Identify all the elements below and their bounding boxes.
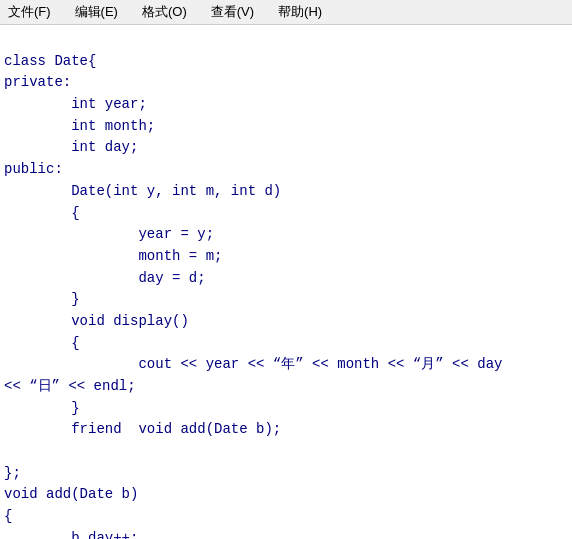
code-line: int year; xyxy=(4,94,572,116)
code-line: }; xyxy=(4,463,572,485)
code-line: year = y; xyxy=(4,224,572,246)
menu-view[interactable]: 查看(V) xyxy=(207,2,258,22)
menu-help[interactable]: 帮助(H) xyxy=(274,2,326,22)
code-line: friend void add(Date b); xyxy=(4,419,572,441)
code-line: } xyxy=(4,398,572,420)
code-line: { xyxy=(4,506,572,528)
code-line: Date(int y, int m, int d) xyxy=(4,181,572,203)
code-line: day = d; xyxy=(4,268,572,290)
code-line: { xyxy=(4,333,572,355)
code-line: private: xyxy=(4,72,572,94)
editor-area[interactable]: class Date{private: int year; int month;… xyxy=(0,25,572,539)
menu-edit[interactable]: 编辑(E) xyxy=(71,2,122,22)
code-line: int day; xyxy=(4,137,572,159)
menu-file[interactable]: 文件(F) xyxy=(4,2,55,22)
menu-bar: 文件(F) 编辑(E) 格式(O) 查看(V) 帮助(H) xyxy=(0,0,572,25)
code-line: << “日” << endl; xyxy=(4,376,572,398)
code-line: b.day++; xyxy=(4,528,572,539)
code-line: { xyxy=(4,203,572,225)
code-line: int month; xyxy=(4,116,572,138)
code-line xyxy=(4,441,572,463)
code-line: public: xyxy=(4,159,572,181)
code-line: void display() xyxy=(4,311,572,333)
code-line: month = m; xyxy=(4,246,572,268)
menu-format[interactable]: 格式(O) xyxy=(138,2,191,22)
code-line: class Date{ xyxy=(4,51,572,73)
code-line: cout << year << “年” << month << “月” << d… xyxy=(4,354,572,376)
code-line: } xyxy=(4,289,572,311)
code-line: void add(Date b) xyxy=(4,484,572,506)
